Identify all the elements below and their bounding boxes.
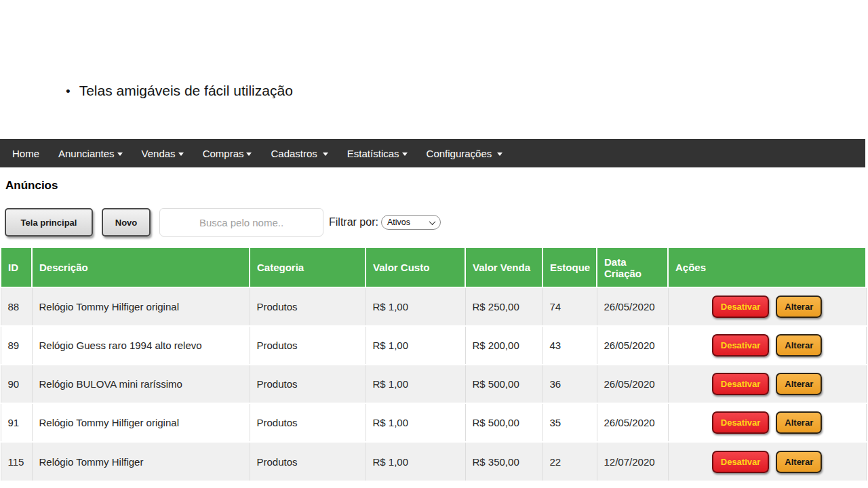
edit-button[interactable]: Alterar (776, 451, 822, 473)
deactivate-button[interactable]: Desativar (712, 373, 770, 395)
table-header-row: ID Descrição Categoria Valor Custo Valor… (1, 247, 866, 287)
table-row: 88 Relógio Tommy Hilfiger original Produ… (1, 287, 866, 326)
table-row: 115 Relógio Tommy Hilfiger Produtos R$ 1… (1, 442, 866, 481)
main-navbar: Home Anunciantes Vendas Compras Cadastro… (0, 139, 865, 167)
cell-stock: 35 (542, 403, 597, 442)
cell-cost: R$ 1,00 (366, 326, 465, 365)
table-row: 90 Relógio BULOVA mini raríssimo Produto… (1, 365, 866, 403)
cell-created: 26/05/2020 (597, 365, 668, 403)
nav-item-label: Configurações (427, 148, 492, 159)
cell-stock: 43 (542, 326, 597, 365)
col-header-id: ID (1, 247, 32, 287)
slide-bullet-text: Telas amigáveis de fácil utilização (79, 83, 293, 99)
cell-description: Relógio Tommy Hilfiger original (32, 287, 250, 326)
col-header-stock: Estoque (542, 247, 597, 287)
nav-item-label: Anunciantes (58, 148, 115, 159)
cell-price: R$ 200,00 (465, 326, 542, 365)
cell-id: 90 (1, 365, 32, 403)
nav-item-label: Estatísticas (347, 148, 399, 159)
cell-description: Relógio Tommy Hilfiger (32, 442, 250, 481)
nav-item-estatisticas[interactable]: Estatísticas (338, 148, 417, 159)
cell-category: Produtos (250, 403, 366, 442)
nav-item-vendas[interactable]: Vendas (132, 148, 193, 159)
cell-actions: Desativar Alterar (668, 287, 866, 326)
cell-description: Relógio Guess raro 1994 alto relevo (32, 326, 250, 365)
col-header-category: Categoria (250, 247, 366, 287)
table-row: 91 Relógio Tommy Hilfiger original Produ… (1, 403, 866, 442)
deactivate-button[interactable]: Desativar (712, 411, 770, 434)
nav-item-label: Vendas (142, 148, 176, 159)
edit-button[interactable]: Alterar (776, 296, 822, 318)
cell-stock: 22 (542, 442, 597, 481)
deactivate-button[interactable]: Desativar (712, 451, 770, 473)
cell-cost: R$ 1,00 (366, 287, 465, 326)
chevron-down-icon (429, 218, 435, 225)
col-header-description: Descrição (32, 247, 250, 287)
cell-price: R$ 350,00 (465, 442, 542, 481)
bullet-dot-icon: • (66, 84, 71, 99)
nav-item-label: Home (12, 148, 39, 159)
deactivate-button[interactable]: Desativar (712, 296, 770, 318)
cell-category: Produtos (250, 287, 366, 326)
cell-actions: Desativar Alterar (668, 403, 866, 442)
nav-item-label: Cadastros (271, 148, 317, 159)
cell-stock: 36 (542, 365, 597, 403)
cell-actions: Desativar Alterar (668, 365, 866, 403)
cell-created: 26/05/2020 (597, 287, 668, 326)
edit-button[interactable]: Alterar (776, 334, 822, 357)
cell-cost: R$ 1,00 (366, 365, 465, 403)
deactivate-button[interactable]: Desativar (712, 334, 770, 357)
chevron-down-icon (246, 152, 252, 156)
cell-price: R$ 500,00 (465, 365, 542, 403)
nav-item-home[interactable]: Home (3, 148, 49, 159)
cell-description: Relógio Tommy Hilfiger original (32, 403, 250, 442)
nav-item-cadastros[interactable]: Cadastros (261, 148, 337, 159)
cell-id: 88 (1, 287, 32, 326)
ads-table: ID Descrição Categoria Valor Custo Valor… (0, 247, 867, 481)
filter-label: Filtrar por: (329, 216, 378, 228)
cell-cost: R$ 1,00 (366, 403, 465, 442)
cell-actions: Desativar Alterar (668, 326, 866, 365)
col-header-created: Data Criação (597, 247, 668, 287)
cell-id: 89 (1, 326, 32, 365)
chevron-down-icon (117, 152, 123, 156)
chevron-down-icon (323, 152, 328, 156)
cell-actions: Desativar Alterar (668, 442, 866, 481)
cell-stock: 74 (542, 287, 597, 326)
cell-category: Produtos (250, 365, 366, 403)
nav-item-compras[interactable]: Compras (193, 148, 262, 159)
col-header-price: Valor Venda (465, 247, 542, 287)
chevron-down-icon (497, 152, 502, 156)
toolbar: Tela principal Novo Filtrar por: Ativos (5, 208, 441, 237)
chevron-down-icon (402, 152, 408, 156)
chevron-down-icon (178, 152, 184, 156)
cell-created: 12/07/2020 (597, 442, 668, 481)
cell-description: Relógio BULOVA mini raríssimo (32, 365, 250, 403)
cell-created: 26/05/2020 (597, 403, 668, 442)
nav-item-anunciantes[interactable]: Anunciantes (49, 148, 132, 159)
search-input[interactable] (159, 208, 323, 237)
page-title: Anúncios (5, 179, 58, 192)
col-header-actions: Ações (668, 247, 866, 287)
edit-button[interactable]: Alterar (776, 373, 822, 395)
nav-item-configuracoes[interactable]: Configurações (417, 148, 513, 159)
edit-button[interactable]: Alterar (776, 411, 822, 434)
slide-bullet-line: • Telas amigáveis de fácil utilização (66, 83, 293, 99)
cell-price: R$ 250,00 (465, 287, 542, 326)
filter-select-value: Ativos (387, 218, 410, 227)
cell-id: 115 (1, 442, 32, 481)
table-row: 89 Relógio Guess raro 1994 alto relevo P… (1, 326, 866, 365)
cell-category: Produtos (250, 442, 366, 481)
new-button[interactable]: Novo (102, 208, 151, 237)
nav-item-label: Compras (203, 148, 244, 159)
col-header-cost: Valor Custo (366, 247, 465, 287)
filter-select[interactable]: Ativos (381, 215, 441, 230)
main-screen-button[interactable]: Tela principal (5, 208, 93, 237)
cell-price: R$ 500,00 (465, 403, 542, 442)
cell-created: 26/05/2020 (597, 326, 668, 365)
cell-cost: R$ 1,00 (366, 442, 465, 481)
cell-category: Produtos (250, 326, 366, 365)
cell-id: 91 (1, 403, 32, 442)
